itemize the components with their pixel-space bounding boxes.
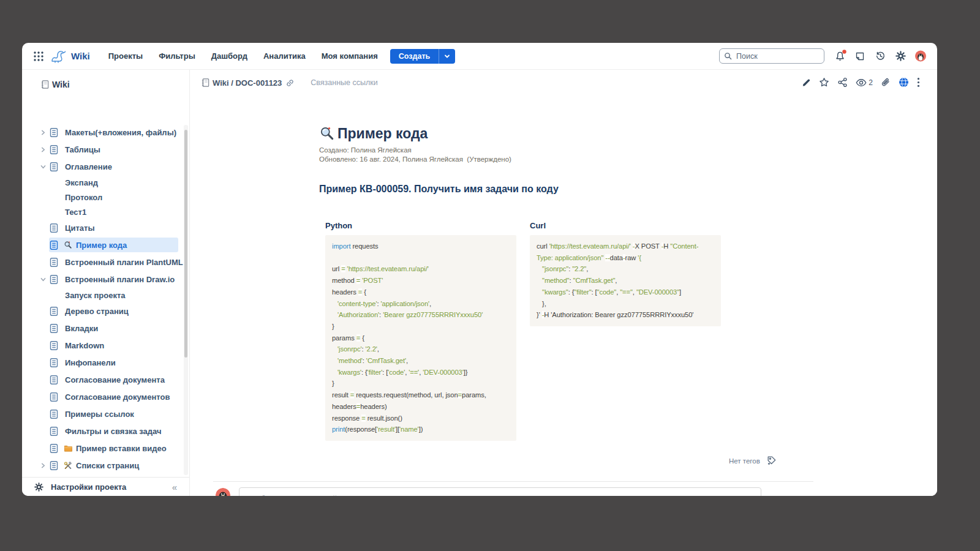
python-code-block[interactable]: import requests url = 'https://test.evat… [325, 235, 516, 441]
user-avatar[interactable] [915, 51, 926, 62]
dino-logo-icon[interactable] [50, 49, 67, 64]
document-icon [49, 460, 64, 471]
kebab-menu-icon[interactable] [917, 77, 920, 88]
sidebar-item-label: Экспанд [65, 178, 98, 187]
sidebar-header-label: Wiki [52, 80, 70, 89]
notifications-bell-icon[interactable] [834, 51, 845, 62]
sidebar: Wiki Макеты(+вложения, файлы)ТаблицыОгла… [22, 70, 190, 496]
share-icon[interactable] [837, 77, 848, 88]
document-icon [49, 240, 64, 250]
nav-links: Проекты Фильтры Дашборд Аналитика Моя ко… [108, 51, 378, 61]
nav-link-dashboard[interactable]: Дашборд [211, 51, 247, 61]
brand-title[interactable]: Wiki [71, 51, 90, 61]
document-icon [49, 162, 64, 172]
add-tag-icon[interactable] [766, 455, 777, 466]
sidebar-item-label: Списки страниц [76, 461, 139, 470]
link-icon[interactable] [285, 78, 295, 88]
section-heading: Пример КВ-000059. Получить имя задачи по… [319, 184, 785, 195]
document-icon [49, 340, 64, 351]
sidebar-item[interactable]: Встроенный плагин Draw.io [22, 271, 183, 288]
chevron-right-icon[interactable] [40, 130, 49, 135]
create-button[interactable]: Создать [390, 49, 439, 64]
sidebar-header: Wiki [40, 80, 70, 89]
sidebar-item[interactable]: Дерево страниц [22, 302, 183, 320]
document-icon [49, 223, 64, 233]
app-window: Wiki Проекты Фильтры Дашборд Аналитика М… [22, 43, 937, 496]
sidebar-item[interactable]: Инфопанели [22, 354, 183, 371]
sidebar-item[interactable]: Тест1 [22, 204, 183, 219]
scrollbar-thumb[interactable] [184, 130, 187, 358]
favorite-star-icon[interactable] [819, 77, 829, 88]
notebook-icon [201, 78, 210, 88]
sidebar-item-label: Оглавление [65, 162, 112, 171]
tags-row: Нет тегов [729, 455, 777, 466]
sidebar-item-label: Запуск проекта [65, 291, 126, 300]
no-tags-label: Нет тегов [729, 457, 760, 465]
sidebar-item[interactable]: Согласование документа [22, 371, 183, 388]
sidebar-item[interactable]: Встроенный плагин PlantUML [22, 253, 183, 271]
notes-icon[interactable] [854, 51, 865, 62]
document-icon [49, 274, 64, 285]
add-comment-input[interactable] [239, 487, 761, 496]
magnifier-icon [319, 126, 335, 141]
document-icon [49, 426, 64, 437]
sidebar-scrollbar[interactable] [184, 125, 188, 475]
sidebar-item[interactable]: Markdown [22, 337, 183, 354]
python-label: Python [325, 221, 516, 230]
settings-gear-icon[interactable] [34, 482, 43, 492]
search-input[interactable] [735, 51, 805, 61]
sidebar-item[interactable]: Таблицы [22, 141, 183, 158]
chevron-down-icon[interactable] [40, 164, 49, 170]
curl-column: Curl curl 'https://test.evateam.ru/api/'… [530, 221, 721, 441]
nav-link-projects[interactable]: Проекты [108, 51, 143, 61]
sidebar-item[interactable]: Пример кода [22, 236, 183, 253]
document-icon [49, 443, 64, 454]
main-content: Wiki / DOC-001123 Связанные ссылки [190, 70, 937, 496]
breadcrumb-path[interactable]: Wiki / DOC-001123 [213, 78, 282, 88]
sidebar-item-label: Согласование документов [65, 392, 170, 402]
article: Пример кода Создано: Полина Яглейская Об… [319, 125, 785, 195]
document-icon [49, 358, 64, 368]
sidebar-item[interactable]: Запуск проекта [22, 288, 183, 302]
sidebar-item[interactable]: Макеты(+вложения, файлы) [22, 124, 183, 141]
sidebar-item[interactable]: Экспанд [22, 175, 183, 190]
sidebar-item[interactable]: Списки страниц [22, 457, 183, 474]
magnifier-icon [64, 241, 75, 249]
nav-link-company[interactable]: Моя компания [322, 51, 378, 61]
sidebar-item[interactable]: Цитаты [22, 219, 183, 236]
page-title: Пример кода [319, 125, 785, 142]
sidebar-item[interactable]: Согласование документов [22, 388, 183, 405]
sidebar-item[interactable]: Фильтры и связка задач [22, 422, 183, 440]
document-icon [49, 392, 64, 402]
globe-icon[interactable] [899, 77, 909, 88]
sidebar-item[interactable]: Оглавление [22, 158, 183, 175]
sidebar-item[interactable]: Вкладки [22, 320, 183, 337]
sidebar-item[interactable]: Пример вставки видео [22, 440, 183, 457]
create-dropdown-button[interactable] [439, 49, 455, 64]
sidebar-item[interactable]: Протокол [22, 190, 183, 204]
search-box[interactable] [719, 48, 824, 64]
apps-grid-icon[interactable] [33, 51, 44, 62]
history-icon[interactable] [875, 51, 886, 62]
breadcrumb: Wiki / DOC-001123 Связанные ссылки [201, 78, 378, 88]
sidebar-item-label: Фильтры и связка задач [65, 427, 162, 436]
sidebar-item[interactable]: Примеры ссылок [22, 405, 183, 422]
edit-pencil-icon[interactable] [801, 78, 811, 88]
sidebar-tree: Макеты(+вложения, файлы)ТаблицыОглавлени… [22, 124, 183, 477]
updated-line: Обновлено: 16 авг. 2024, Полина Яглейска… [319, 155, 785, 164]
related-links-tab[interactable]: Связанные ссылки [311, 78, 377, 87]
chevron-down-icon[interactable] [40, 277, 49, 282]
views-eye-icon[interactable]: 2 [856, 78, 873, 88]
gear-icon[interactable] [895, 51, 906, 62]
nav-link-analytics[interactable]: Аналитика [263, 51, 306, 61]
sidebar-item-label: Цитаты [65, 223, 95, 233]
attachment-paperclip-icon[interactable] [881, 78, 891, 88]
curl-code-block[interactable]: curl 'https://test.evateam.ru/api/' -X P… [530, 235, 721, 326]
nav-link-filters[interactable]: Фильтры [159, 51, 195, 61]
curl-label: Curl [530, 221, 721, 230]
chevron-right-icon[interactable] [40, 147, 49, 152]
project-settings-link[interactable]: Настройки проекта [51, 482, 165, 492]
collapse-sidebar-button[interactable]: « [172, 482, 177, 492]
chevron-right-icon[interactable] [40, 463, 49, 468]
search-icon [724, 52, 732, 60]
